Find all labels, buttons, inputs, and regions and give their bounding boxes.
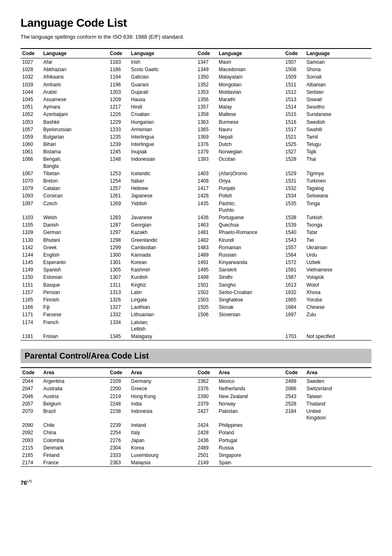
code-cell: 1393 — [196, 155, 217, 169]
lang-col1-code-header: Code — [21, 49, 42, 58]
lang-cell: Rhaeto-Romance — [217, 229, 284, 236]
lang-cell: Latin — [129, 289, 196, 296]
lang-cell: Norwegian — [217, 148, 284, 155]
area-code-cell: 2436 — [196, 437, 217, 444]
area-cell: France — [42, 459, 108, 467]
code-cell: 1482 — [196, 236, 217, 244]
lang-col4-lang-header: Language — [305, 49, 371, 58]
lang-cell: Persian — [42, 289, 108, 296]
lang-cell: German — [42, 229, 108, 236]
code-cell: 1298 — [108, 236, 129, 244]
lang-table-row: 1149Spanish1305Kashmiri1495Sanskrit1581V… — [21, 266, 371, 273]
lang-cell: Hebrew — [129, 185, 196, 192]
lang-cell: Yoruba — [305, 296, 371, 303]
lang-cell: Maori — [217, 58, 284, 66]
lang-cell: Tamil — [305, 133, 371, 141]
code-cell: 1311 — [108, 281, 129, 289]
lang-cell: Interlingue — [129, 141, 196, 148]
lang-cell: Chinese — [305, 303, 371, 311]
code-cell: 1269 — [108, 200, 129, 214]
code-cell: 1557 — [284, 244, 304, 251]
area-code-cell: 2254 — [108, 429, 129, 436]
lang-table-row: 1052Azerbaijani1226Croatian1358Maltese15… — [21, 111, 371, 118]
lang-table-row: 1061Bislama1245Inupiak1379Norwegian1527T… — [21, 148, 371, 155]
area-cell: Finland — [42, 452, 108, 459]
lang-cell: Turkish — [305, 214, 371, 221]
area-code-cell: 2499 — [284, 378, 304, 385]
lang-cell: Lingala — [129, 296, 196, 303]
lang-cell: Malay — [217, 103, 284, 111]
lang-cell: Esperanto — [42, 259, 108, 266]
lang-cell: Slovenian — [217, 311, 284, 318]
code-cell: 1183 — [108, 58, 129, 66]
code-cell: 1327 — [108, 303, 129, 311]
area-cell: Chile — [42, 422, 108, 429]
area-code-cell: 2184 — [284, 408, 304, 422]
lang-table-row: 1181Frisian1345Malagasy1703Not specified — [21, 333, 371, 341]
lang-cell: Arabic — [42, 88, 108, 96]
lang-cell: Bashkir — [42, 118, 108, 126]
lang-table-row: 1070Breton1254Italian1408Oriya1531Turkme… — [21, 177, 371, 185]
area-cell — [305, 429, 371, 436]
lang-table-row: 1032Afrikaans1194Galician1350Malayalam15… — [21, 73, 371, 81]
lang-cell: Albanian — [305, 81, 371, 88]
lang-col3-lang-header: Language — [217, 49, 284, 58]
code-cell: 1379 — [196, 148, 217, 155]
code-cell: 1505 — [196, 303, 217, 311]
code-cell: 1045 — [21, 96, 42, 103]
lang-cell: Kirundi — [217, 236, 284, 244]
area-code-cell: 2174 — [21, 459, 42, 467]
code-cell — [196, 333, 217, 341]
code-cell: 1150 — [21, 273, 42, 281]
lang-cell: Not specified — [305, 333, 371, 341]
lang-cell: Korean — [129, 259, 196, 266]
lang-cell: Basque — [42, 281, 108, 289]
code-cell: 1257 — [108, 185, 129, 192]
area-cell: Denmark — [42, 444, 108, 452]
lang-cell: Sundanese — [305, 111, 371, 118]
lang-cell: Kurdish — [129, 273, 196, 281]
code-cell: 1235 — [108, 133, 129, 141]
area-table-row: 2070Brazil2238Indonesia2427Pakistan2184U… — [21, 408, 371, 422]
lang-cell: Samoan — [305, 58, 371, 66]
area-code-cell: 2090 — [21, 422, 42, 429]
code-cell: 1525 — [284, 141, 304, 148]
code-cell: 1543 — [284, 236, 304, 244]
area-cell: Netherlands — [217, 385, 284, 392]
lang-table-row: 1174French1334Latvian;Lettish — [21, 319, 371, 333]
lang-cell: Kinyarwanda — [217, 259, 284, 266]
code-cell: 1534 — [284, 192, 304, 199]
lang-cell: Tibetan — [42, 170, 108, 177]
lang-cell: Macedonian — [217, 66, 284, 73]
lang-cell: Punjabi — [217, 185, 284, 192]
lang-cell: Faroese — [42, 311, 108, 318]
area-cell: China — [42, 429, 108, 436]
code-cell: 1093 — [21, 192, 42, 199]
code-cell: 1632 — [284, 289, 304, 296]
lang-cell: Sindhi — [217, 273, 284, 281]
lang-cell: Serbian — [305, 88, 371, 96]
lang-table-row: 1171Faroese1332Lithuanian1506Slovenian16… — [21, 311, 371, 318]
area-code-cell: 2248 — [108, 400, 129, 408]
lang-cell: Inupiak — [129, 148, 196, 155]
lang-table-row: 1109German1297Kazakh1481Rhaeto-Romance15… — [21, 229, 371, 236]
lang-cell: Croatian — [129, 111, 196, 118]
lang-cell: Telugu — [305, 141, 371, 148]
code-cell: 1408 — [196, 177, 217, 185]
lang-cell: Indonesian — [129, 155, 196, 169]
code-cell: 1248 — [108, 155, 129, 169]
lang-cell: Galician — [129, 73, 196, 81]
lang-table-row: 1145Esperanto1301Korean1491Kinyarwanda15… — [21, 259, 371, 266]
code-cell: 1514 — [284, 103, 304, 111]
lang-cell: Amharic — [42, 81, 108, 88]
area-cell: Indonesia — [129, 408, 196, 422]
area-col3-area-header: Area — [217, 368, 284, 378]
area-code-cell: 2427 — [196, 408, 217, 422]
lang-cell: Xhosa — [305, 289, 371, 296]
area-code-cell: 2304 — [108, 444, 129, 452]
lang-table-row: 1051Aymara1217Hindi1357Malay1514Sesotho — [21, 103, 371, 111]
area-cell — [305, 459, 371, 467]
lang-cell: Volapük — [305, 273, 371, 281]
area-table-row: 2090Chile2239Ireland2424Philippines — [21, 422, 371, 429]
area-col1-code-header: Code — [21, 368, 42, 378]
